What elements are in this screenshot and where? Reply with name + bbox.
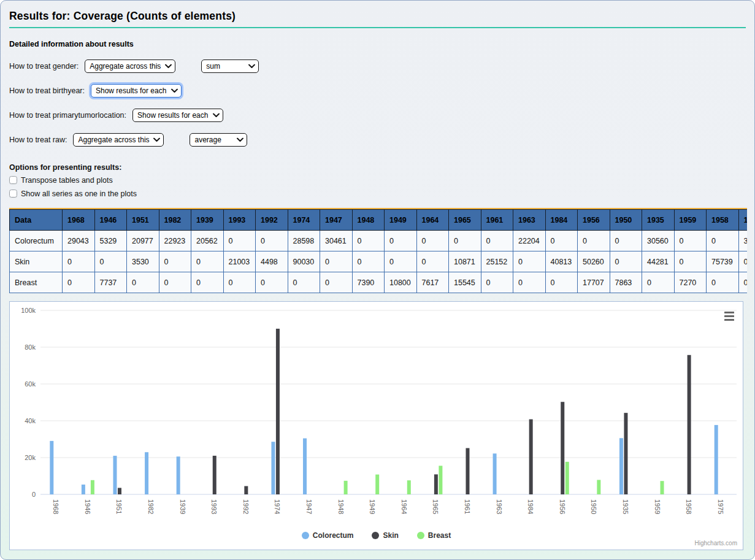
- table-cell: 28598: [288, 231, 320, 251]
- table-header-year: 1950: [610, 210, 642, 231]
- table-header-year: 1964: [416, 210, 449, 231]
- table-cell: 90030: [288, 251, 320, 272]
- y-axis-label: 20k: [25, 454, 36, 461]
- legend-item-colorectum[interactable]: Colorectum: [302, 531, 354, 540]
- table-cell: 0: [320, 251, 353, 272]
- bar-skin-1974[interactable]: [276, 329, 280, 494]
- bar-skin-1958[interactable]: [688, 355, 691, 494]
- table-cell: 0: [223, 272, 256, 293]
- bar-skin-1935[interactable]: [624, 413, 627, 494]
- bar-breast-1959[interactable]: [661, 481, 664, 494]
- table-cell: 0: [513, 272, 546, 293]
- table-cell: 7863: [610, 272, 642, 293]
- legend-label: Skin: [383, 531, 398, 540]
- hamburger-icon: [724, 312, 734, 313]
- birthyear-treatment-select[interactable]: Show results for each: [91, 84, 182, 98]
- row-label: Colorectum: [10, 231, 63, 251]
- table-cell: 0: [481, 231, 513, 251]
- results-table-container: Data196819461951198219391993199219741947…: [9, 208, 747, 293]
- x-axis-label: 1947: [305, 499, 313, 514]
- table-row: Breast0773700000007390108007617155450001…: [10, 272, 748, 293]
- table-header-year: 1956: [578, 210, 610, 231]
- table-header-year: 1968: [63, 210, 95, 231]
- bar-colorectum-1939[interactable]: [177, 456, 180, 494]
- bar-breast-1949[interactable]: [375, 475, 379, 494]
- y-axis-label: 100k: [21, 307, 36, 314]
- x-axis-label: 1950: [590, 499, 597, 514]
- bar-colorectum-1947[interactable]: [303, 439, 307, 494]
- table-header-year: 1959: [674, 210, 707, 231]
- primarytumorlocation-label: How to treat primarytumorlocation:: [9, 111, 126, 120]
- bar-colorectum-1951[interactable]: [113, 456, 117, 494]
- x-axis-label: 1948: [337, 499, 345, 514]
- bar-colorectum-1974[interactable]: [271, 442, 275, 494]
- x-axis-label: 1961: [464, 499, 471, 514]
- bar-colorectum-1935[interactable]: [619, 438, 623, 494]
- y-axis-label: 60k: [25, 380, 36, 388]
- x-axis-label: 1993: [210, 499, 218, 514]
- bar-skin-1956[interactable]: [561, 402, 564, 494]
- bar-breast-1964[interactable]: [407, 480, 411, 494]
- table-cell: 0: [127, 272, 159, 293]
- table-cell: 0: [674, 231, 707, 251]
- table-cell: 37700: [738, 231, 747, 251]
- table-cell: 4498: [256, 251, 288, 272]
- table-cell: 0: [738, 251, 747, 272]
- bar-colorectum-1975[interactable]: [715, 425, 718, 494]
- gender-aggregate-select[interactable]: sum: [201, 59, 259, 73]
- bar-breast-1965[interactable]: [439, 466, 442, 494]
- gender-label: How to treat gender:: [9, 62, 79, 71]
- transpose-option-row: Transpose tables and plots: [9, 175, 746, 185]
- legend-label: Breast: [428, 531, 451, 540]
- bar-colorectum-1982[interactable]: [145, 452, 148, 494]
- table-cell: 0: [94, 251, 127, 272]
- table-header-year: 1993: [223, 210, 256, 231]
- primarytumorlocation-treatment-select[interactable]: Show results for each: [132, 109, 223, 122]
- bar-breast-1950[interactable]: [597, 480, 600, 494]
- bar-skin-1965[interactable]: [434, 474, 438, 494]
- table-header-data: Data: [10, 210, 63, 231]
- bar-skin-1993[interactable]: [213, 456, 217, 494]
- options-heading: Options for presenting results:: [9, 163, 746, 172]
- table-cell: 10871: [449, 251, 481, 272]
- transpose-checkbox[interactable]: [9, 176, 17, 184]
- x-axis-label: 1982: [147, 499, 155, 514]
- x-axis-label: 1964: [400, 499, 408, 514]
- bar-skin-1961[interactable]: [466, 448, 469, 494]
- bar-skin-1984[interactable]: [529, 420, 533, 494]
- highcharts-credits[interactable]: Highcharts.com: [695, 540, 737, 547]
- gender-treatment-select[interactable]: Aggregate across this: [85, 59, 175, 73]
- all-series-checkbox[interactable]: [9, 190, 17, 198]
- table-cell: 0: [63, 251, 95, 272]
- table-header-year: 1963: [513, 210, 546, 231]
- table-cell: 0: [320, 272, 353, 293]
- legend-item-breast[interactable]: Breast: [417, 531, 451, 540]
- x-axis-label: 1956: [559, 499, 566, 514]
- table-cell: 20977: [127, 231, 159, 251]
- all-series-checkbox-label: Show all series as one in the plots: [21, 190, 137, 198]
- bar-colorectum-1968[interactable]: [50, 441, 53, 494]
- table-cell: 40813: [545, 251, 578, 272]
- raw-treatment-select[interactable]: Aggregate across this: [73, 133, 164, 147]
- hamburger-icon: [724, 315, 734, 317]
- bar-breast-1946[interactable]: [91, 480, 94, 494]
- table-cell: 17707: [578, 272, 610, 293]
- table-row: Skin003530002100344989003000001087125152…: [10, 251, 748, 272]
- legend-item-skin[interactable]: Skin: [372, 531, 398, 540]
- bar-breast-1948[interactable]: [344, 481, 348, 494]
- x-axis-label: 1974: [274, 499, 281, 514]
- table-cell: 7270: [674, 272, 707, 293]
- bar-colorectum-1946[interactable]: [82, 485, 85, 494]
- table-cell: 0: [223, 231, 256, 251]
- bar-breast-1956[interactable]: [565, 462, 569, 494]
- x-axis-label: 1975: [717, 499, 724, 514]
- bar-skin-1951[interactable]: [118, 488, 121, 494]
- table-cell: 25152: [481, 251, 513, 272]
- legend-label: Colorectum: [313, 531, 354, 540]
- table-header-year: 1975: [738, 210, 747, 231]
- chart-context-menu-button[interactable]: [723, 311, 735, 321]
- control-row-primarytumorlocation: How to treat primarytumorlocation: Show …: [9, 109, 746, 122]
- raw-aggregate-select[interactable]: average: [190, 133, 247, 147]
- bar-skin-1992[interactable]: [244, 486, 248, 494]
- bar-colorectum-1963[interactable]: [493, 453, 497, 494]
